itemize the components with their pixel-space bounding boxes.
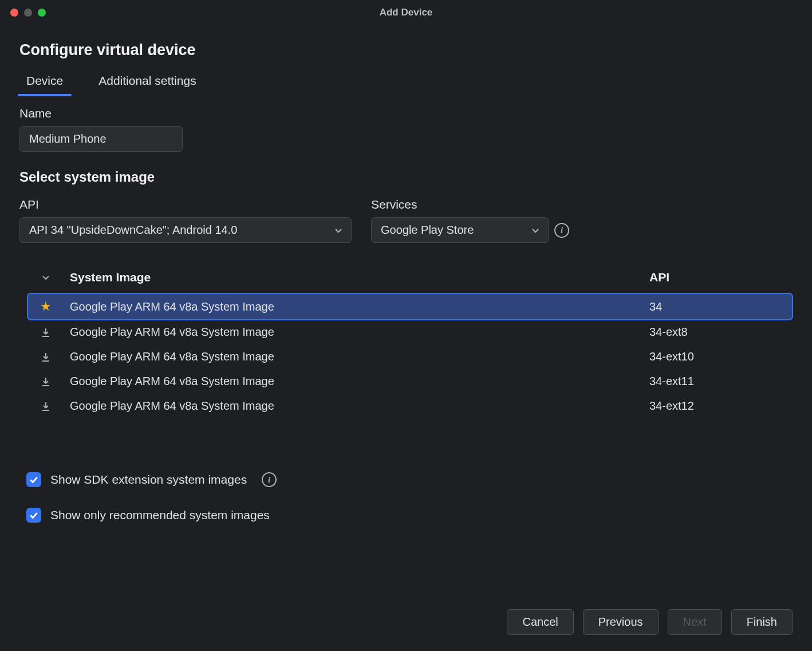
header-system-image: System Image — [58, 270, 649, 284]
maximize-window-button[interactable] — [38, 9, 46, 17]
table-header: System Image API — [27, 270, 793, 293]
api-field-group: API API 34 "UpsideDownCake"; Android 14.… — [19, 198, 352, 243]
section-title: Select system image — [19, 169, 793, 185]
download-icon — [33, 351, 58, 363]
services-select-value: Google Play Store — [381, 223, 474, 237]
checkbox-group: Show SDK extension system images i Show … — [19, 464, 793, 523]
name-input[interactable] — [19, 126, 183, 152]
table-row[interactable]: Google Play ARM 64 v8a System Image34-ex… — [27, 320, 793, 344]
api-label: API — [19, 198, 352, 211]
services-label: Services — [371, 198, 569, 211]
table-body: ★Google Play ARM 64 v8a System Image34Go… — [27, 293, 793, 418]
table-row[interactable]: Google Play ARM 64 v8a System Image34-ex… — [27, 369, 793, 394]
row-api: 34-ext12 — [649, 399, 787, 413]
system-image-table: System Image API ★Google Play ARM 64 v8a… — [19, 270, 793, 418]
api-select[interactable]: API 34 "UpsideDownCake"; Android 14.0 — [19, 217, 352, 243]
collapse-toggle[interactable] — [33, 273, 58, 282]
tab-device[interactable]: Device — [19, 70, 70, 96]
check-icon — [29, 474, 39, 485]
page-title: Configure virtual device — [19, 41, 793, 59]
name-field-group: Name — [19, 107, 793, 152]
previous-button[interactable]: Previous — [583, 609, 659, 635]
header-api: API — [649, 270, 787, 284]
window-title: Add Device — [0, 7, 812, 18]
api-select-value: API 34 "UpsideDownCake"; Android 14.0 — [29, 223, 237, 237]
cancel-button[interactable]: Cancel — [507, 609, 573, 635]
content: Configure virtual device Device Addition… — [0, 25, 812, 593]
download-icon — [33, 401, 58, 412]
traffic-lights — [10, 9, 46, 17]
services-select[interactable]: Google Play Store — [371, 217, 549, 243]
row-name: Google Play ARM 64 v8a System Image — [58, 300, 649, 313]
chevron-down-icon — [334, 226, 343, 235]
services-field-group: Services Google Play Store i — [371, 198, 569, 243]
table-row[interactable]: Google Play ARM 64 v8a System Image34-ex… — [27, 394, 793, 418]
row-name: Google Play ARM 64 v8a System Image — [58, 326, 649, 339]
titlebar: Add Device — [0, 0, 812, 25]
row-name: Google Play ARM 64 v8a System Image — [58, 350, 649, 363]
row-api: 34-ext11 — [649, 375, 787, 388]
select-row: API API 34 "UpsideDownCake"; Android 14.… — [19, 198, 793, 243]
info-icon[interactable]: i — [554, 223, 569, 238]
checkbox-recommended-label: Show only recommended system images — [50, 508, 270, 522]
checkbox-sdk-ext[interactable] — [26, 472, 41, 487]
checkbox-recommended[interactable] — [26, 508, 41, 523]
checkbox-sdk-ext-row: Show SDK extension system images i — [26, 472, 793, 487]
next-button: Next — [668, 609, 722, 635]
footer: Cancel Previous Next Finish — [0, 593, 812, 651]
chevron-down-icon — [41, 273, 50, 282]
star-icon: ★ — [33, 299, 58, 314]
info-icon[interactable]: i — [262, 472, 277, 487]
minimize-window-button — [24, 9, 32, 17]
checkbox-recommended-row: Show only recommended system images — [26, 508, 793, 523]
tab-additional-settings[interactable]: Additional settings — [92, 70, 203, 96]
table-row[interactable]: ★Google Play ARM 64 v8a System Image34 — [27, 293, 793, 320]
row-api: 34-ext10 — [649, 350, 787, 363]
close-window-button[interactable] — [10, 9, 18, 17]
finish-button[interactable]: Finish — [731, 609, 793, 635]
check-icon — [29, 510, 39, 520]
row-name: Google Play ARM 64 v8a System Image — [58, 375, 649, 388]
download-icon — [33, 376, 58, 387]
window: Add Device Configure virtual device Devi… — [0, 0, 812, 651]
checkbox-sdk-ext-label: Show SDK extension system images — [50, 473, 247, 487]
name-label: Name — [19, 107, 793, 120]
row-name: Google Play ARM 64 v8a System Image — [58, 399, 649, 413]
table-row[interactable]: Google Play ARM 64 v8a System Image34-ex… — [27, 344, 793, 369]
tabs: Device Additional settings — [19, 70, 793, 96]
row-api: 34 — [649, 300, 787, 313]
chevron-down-icon — [531, 226, 540, 235]
row-api: 34-ext8 — [649, 326, 787, 339]
download-icon — [33, 327, 58, 338]
